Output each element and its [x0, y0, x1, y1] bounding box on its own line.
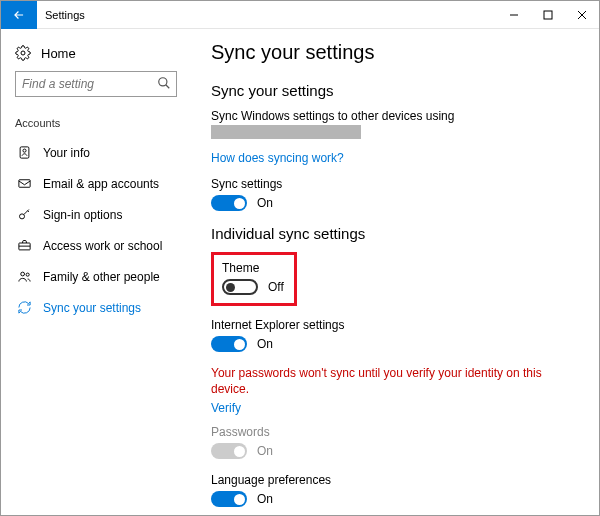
- account-redacted: [211, 125, 361, 139]
- sidebar-item-family[interactable]: Family & other people: [1, 261, 191, 292]
- maximize-button[interactable]: [531, 1, 565, 29]
- sync-icon: [15, 300, 33, 315]
- page-title: Sync your settings: [211, 41, 577, 64]
- sidebar-item-label: Access work or school: [43, 239, 162, 253]
- toggle-state: Off: [268, 280, 284, 294]
- sidebar-item-your-info[interactable]: Your info: [1, 137, 191, 168]
- toggle-passwords: Passwords On: [211, 425, 577, 459]
- toggle-label: Passwords: [211, 425, 577, 439]
- svg-point-11: [26, 273, 29, 276]
- sidebar-item-label: Sign-in options: [43, 208, 122, 222]
- sidebar: Home Accounts Your info Email & app acco…: [1, 29, 191, 515]
- section-heading: Individual sync settings: [211, 225, 577, 242]
- main-content: Sync your settings Sync your settings Sy…: [191, 29, 599, 515]
- verify-link[interactable]: Verify: [211, 401, 241, 415]
- people-icon: [15, 269, 33, 284]
- briefcase-icon: [15, 238, 33, 253]
- svg-point-3: [159, 78, 167, 86]
- ie-switch[interactable]: [211, 336, 247, 352]
- sidebar-item-label: Family & other people: [43, 270, 160, 284]
- home-label: Home: [41, 46, 76, 61]
- password-warning: Your passwords won't sync until you veri…: [211, 366, 577, 397]
- toggle-label: Sync settings: [211, 177, 577, 191]
- mail-icon: [15, 176, 33, 191]
- toggle-label: Language preferences: [211, 473, 577, 487]
- svg-rect-1: [544, 11, 552, 19]
- highlight-theme: Theme Off: [211, 252, 297, 306]
- back-button[interactable]: [1, 1, 37, 29]
- window-title: Settings: [37, 9, 85, 21]
- sidebar-item-label: Sync your settings: [43, 301, 141, 315]
- sidebar-section: Accounts: [1, 111, 191, 137]
- minimize-button[interactable]: [497, 1, 531, 29]
- svg-rect-7: [18, 180, 29, 188]
- passwords-switch: [211, 443, 247, 459]
- search-box[interactable]: [15, 71, 177, 97]
- svg-point-2: [21, 51, 25, 55]
- toggle-label: Internet Explorer settings: [211, 318, 577, 332]
- titlebar: Settings: [1, 1, 599, 29]
- home-link[interactable]: Home: [1, 39, 191, 71]
- sidebar-item-label: Your info: [43, 146, 90, 160]
- toggle-label: Theme: [222, 261, 284, 275]
- window-controls: [497, 1, 599, 29]
- toggle-sync-settings: Sync settings On: [211, 177, 577, 211]
- sidebar-item-work[interactable]: Access work or school: [1, 230, 191, 261]
- toggle-state: On: [257, 444, 273, 458]
- section-heading: Sync your settings: [211, 82, 577, 99]
- svg-point-6: [22, 149, 25, 152]
- sidebar-item-sync[interactable]: Sync your settings: [1, 292, 191, 323]
- theme-switch[interactable]: [222, 279, 258, 295]
- close-button[interactable]: [565, 1, 599, 29]
- toggle-ie: Internet Explorer settings On: [211, 318, 577, 352]
- language-switch[interactable]: [211, 491, 247, 507]
- sync-description: Sync Windows settings to other devices u…: [211, 109, 577, 123]
- toggle-state: On: [257, 492, 273, 506]
- sidebar-item-label: Email & app accounts: [43, 177, 159, 191]
- svg-line-4: [166, 85, 170, 89]
- search-input[interactable]: [15, 71, 177, 97]
- search-icon: [157, 76, 171, 90]
- sidebar-item-email[interactable]: Email & app accounts: [1, 168, 191, 199]
- key-icon: [15, 207, 33, 222]
- svg-point-10: [20, 272, 24, 276]
- gear-icon: [15, 45, 31, 61]
- toggle-state: On: [257, 337, 273, 351]
- person-icon: [15, 145, 33, 160]
- toggle-language: Language preferences On: [211, 473, 577, 507]
- svg-point-8: [19, 214, 24, 219]
- toggle-state: On: [257, 196, 273, 210]
- sidebar-item-signin[interactable]: Sign-in options: [1, 199, 191, 230]
- sync-settings-switch[interactable]: [211, 195, 247, 211]
- help-link[interactable]: How does syncing work?: [211, 151, 344, 165]
